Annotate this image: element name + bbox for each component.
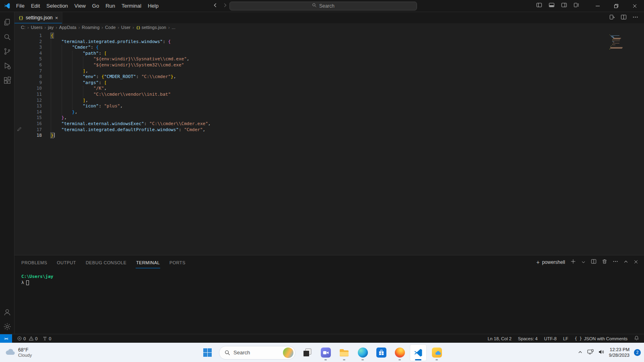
code-line[interactable]: 11 "C:\\cmder\\vendor\\init.bat" xyxy=(14,92,644,98)
menu-help[interactable]: Help xyxy=(144,3,162,9)
settings-gear-icon[interactable] xyxy=(0,319,14,334)
volume-icon[interactable] xyxy=(598,349,605,356)
run-and-debug-icon[interactable] xyxy=(0,59,14,73)
code-line[interactable]: 1{ xyxy=(14,33,644,39)
code-line[interactable]: 18} xyxy=(14,133,644,139)
code-line[interactable]: 17 "terminal.integrated.defaultProfile.w… xyxy=(14,127,644,133)
code-line[interactable]: 9 "args": [ xyxy=(14,80,644,86)
vscode-taskbar-button[interactable] xyxy=(410,345,426,361)
task-view-button[interactable] xyxy=(299,345,315,361)
breadcrumb-item[interactable]: Roaming xyxy=(82,25,99,30)
code-line[interactable]: 8 "env": {"CMDER_ROOT": "C:\\cmder"}, xyxy=(14,74,644,80)
menu-view[interactable]: View xyxy=(71,3,89,9)
tab-settings-json[interactable]: {} settings.json × xyxy=(14,12,62,23)
code-line[interactable]: 3 "Cmder": { xyxy=(14,45,644,51)
tray-chevron-icon[interactable] xyxy=(578,349,583,356)
breadcrumb-item[interactable]: ... xyxy=(172,25,175,30)
code-line[interactable]: 14 }, xyxy=(14,109,644,115)
accounts-icon[interactable] xyxy=(0,305,14,319)
forward-arrow-icon[interactable] xyxy=(222,2,228,10)
breadcrumb-item[interactable]: AppData xyxy=(59,25,76,30)
remote-indicator[interactable]: >< xyxy=(0,334,12,343)
code-line[interactable]: 6 "${env:windir}\\System32\\cmd.exe" xyxy=(14,62,644,68)
kill-terminal-icon[interactable] xyxy=(602,259,607,266)
status-language[interactable]: { } JSON with Comments xyxy=(575,336,627,341)
source-control-icon[interactable] xyxy=(0,44,14,59)
menu-run[interactable]: Run xyxy=(102,3,118,9)
panel-tab-problems[interactable]: PROBLEMS xyxy=(21,257,47,268)
minimap[interactable] xyxy=(609,35,638,49)
split-editor-icon[interactable] xyxy=(621,14,627,22)
breadcrumb-item[interactable]: Users xyxy=(31,25,43,30)
clock-widget[interactable]: 12:23 PM 9/28/2023 xyxy=(609,347,630,358)
split-terminal-icon[interactable] xyxy=(591,259,597,266)
minimize-button[interactable] xyxy=(588,0,607,12)
menu-edit[interactable]: Edit xyxy=(28,3,43,9)
toggle-secondary-sidebar-icon[interactable] xyxy=(561,2,567,10)
toggle-panel-icon[interactable] xyxy=(549,2,555,10)
back-arrow-icon[interactable] xyxy=(213,2,218,10)
firefox-browser-button[interactable] xyxy=(392,345,408,361)
ports-status[interactable]: 0 xyxy=(41,336,53,341)
status-line-col[interactable]: Ln 18, Col 2 xyxy=(487,336,511,341)
taskbar-search-box[interactable]: Search xyxy=(219,346,295,360)
start-button[interactable] xyxy=(199,345,215,361)
menu-terminal[interactable]: Terminal xyxy=(118,3,144,9)
status-indent[interactable]: Spaces: 4 xyxy=(518,336,538,341)
breadcrumb-item[interactable]: C: xyxy=(21,25,25,30)
notification-count-badge[interactable]: 2 xyxy=(634,349,641,356)
command-center-search[interactable]: Search xyxy=(229,2,417,10)
panel-tab-terminal[interactable]: TERMINAL xyxy=(136,257,160,268)
status-eol[interactable]: LF xyxy=(563,336,568,341)
panel-more-icon[interactable] xyxy=(613,259,618,266)
code-line[interactable]: 2 "terminal.integrated.profiles.windows"… xyxy=(14,39,644,45)
code-line[interactable]: 15 }, xyxy=(14,115,644,121)
code-line[interactable]: 16 "terminal.external.windowsExec": "C:\… xyxy=(14,121,644,127)
menu-file[interactable]: File xyxy=(13,3,28,9)
network-icon[interactable] xyxy=(587,349,594,356)
edit-pencil-icon[interactable] xyxy=(14,127,23,133)
status-encoding[interactable]: UTF-8 xyxy=(544,336,557,341)
panel-tab-ports[interactable]: PORTS xyxy=(169,257,186,268)
maximize-panel-icon[interactable] xyxy=(623,259,628,266)
search-sidebar-icon[interactable] xyxy=(0,30,14,44)
notifications-bell-icon[interactable] xyxy=(634,335,639,341)
code-line[interactable]: 10 "/K", xyxy=(14,86,644,92)
breadcrumb-item[interactable]: User xyxy=(121,25,130,30)
panel-tab-debug-console[interactable]: DEBUG CONSOLE xyxy=(85,257,127,268)
restore-button[interactable] xyxy=(607,0,625,12)
close-window-button[interactable] xyxy=(625,0,644,12)
menu-go[interactable]: Go xyxy=(89,3,102,9)
code-line[interactable]: 7 ], xyxy=(14,68,644,74)
problems-status[interactable]: 0 0 xyxy=(15,336,39,341)
breadcrumb-item[interactable]: {}settings.json xyxy=(136,25,166,30)
taskbar-weather-widget[interactable]: 68°F Cloudy xyxy=(5,347,32,358)
breadcrumb-item[interactable]: Code xyxy=(105,25,116,30)
close-tab-icon[interactable]: × xyxy=(55,15,58,21)
code-line[interactable]: 12 ], xyxy=(14,98,644,104)
toggle-sidebar-icon[interactable] xyxy=(536,2,542,10)
terminal-dropdown-icon[interactable] xyxy=(581,259,586,266)
breadcrumb-item[interactable]: jay xyxy=(48,25,54,30)
panel-tab-output[interactable]: OUTPUT xyxy=(56,257,76,268)
open-settings-ui-icon[interactable] xyxy=(609,14,615,22)
code-line[interactable]: 13 "icon": "plus", xyxy=(14,103,644,109)
code-line[interactable]: 5 "${env:windir}\\Sysnative\\cmd.exe", xyxy=(14,56,644,62)
code-line[interactable]: 4 "path": [ xyxy=(14,51,644,57)
edge-browser-button[interactable] xyxy=(355,345,371,361)
new-terminal-icon[interactable] xyxy=(570,259,576,266)
customize-layout-icon[interactable] xyxy=(574,2,580,10)
extensions-icon[interactable] xyxy=(0,73,14,88)
microsoft-store-button[interactable] xyxy=(373,345,389,361)
weather-app-button[interactable] xyxy=(429,345,445,361)
file-explorer-button[interactable] xyxy=(336,345,352,361)
menu-selection[interactable]: Selection xyxy=(43,3,71,9)
terminal-output[interactable]: C:\Users\jay λ xyxy=(14,269,644,334)
close-panel-icon[interactable] xyxy=(634,259,638,266)
code-editor[interactable]: 1{2 "terminal.integrated.profiles.window… xyxy=(14,31,644,255)
chat-app-button[interactable] xyxy=(318,345,334,361)
more-actions-icon[interactable] xyxy=(632,14,638,22)
explorer-icon[interactable] xyxy=(0,15,14,30)
search-highlight-thumbnail[interactable] xyxy=(283,348,293,358)
terminal-tab[interactable]: + powershell xyxy=(536,259,565,265)
